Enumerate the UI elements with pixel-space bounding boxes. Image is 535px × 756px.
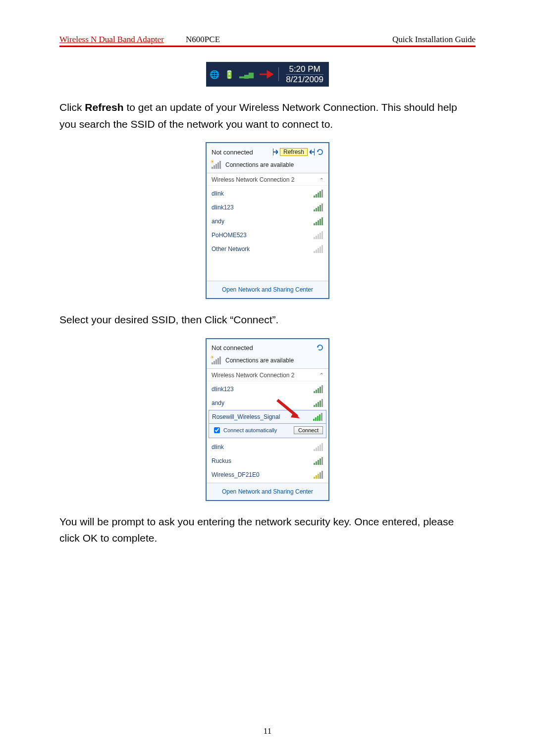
tray-clock: 5:20 PM 8/21/2009 [284, 64, 323, 84]
network-item[interactable]: dlink123 [207, 201, 328, 214]
product-name: Wireless N Dual Band Adapter [59, 35, 164, 44]
system-tray: 🌐 🔋 ▂▄▆ 5:20 PM 8/21/2009 [206, 62, 329, 87]
status-text: Not connected [212, 149, 253, 156]
bold-refresh: Refresh [85, 101, 123, 113]
network-list: dlink123 andy Rosewill_Wireless_Signal C… [207, 381, 328, 483]
globe-icon: 🌐 [210, 70, 219, 79]
checkbox[interactable] [214, 427, 220, 433]
ssid: Wireless_DF21E0 [212, 471, 260, 478]
instruction-connect: Select your desired SSID, then Click “Co… [59, 311, 476, 328]
tray-divider [278, 67, 279, 81]
blue-arrow-icon [273, 149, 278, 155]
tray-date: 8/21/2009 [286, 74, 323, 85]
ssid: Other Network [212, 246, 250, 252]
red-arrow-icon [259, 69, 273, 79]
connections-available: Connections are available [225, 161, 294, 168]
network-item[interactable]: Ruckus [207, 454, 328, 468]
chevron-up-icon[interactable]: ⌃ [320, 177, 323, 183]
signal-icon [314, 231, 323, 239]
signal-available-icon [212, 356, 221, 364]
auto-connect-checkbox[interactable]: Connect automatically [212, 426, 277, 435]
open-network-center-link[interactable]: Open Network and Sharing Center [207, 281, 328, 298]
signal-icon [314, 190, 323, 198]
model-name: N600PCE [186, 35, 220, 44]
tray-time: 5:20 PM [286, 64, 323, 74]
signal-icon [314, 471, 323, 479]
ssid: dlink123 [212, 204, 234, 211]
network-item[interactable]: andy [207, 214, 328, 228]
ssid: andy [212, 400, 224, 406]
auto-connect-label: Connect automatically [223, 427, 277, 433]
signal-icon [313, 413, 323, 421]
section-title: Wireless Network Connection 2 [212, 176, 294, 183]
connect-button[interactable]: Connect [294, 426, 323, 434]
instruction-security-key: You will be prompt to ask you entering t… [59, 513, 476, 547]
network-item[interactable]: andy [207, 396, 328, 410]
signal-icon [314, 443, 323, 451]
signal-icon [314, 399, 323, 407]
ssid: dlink123 [212, 386, 234, 393]
network-item[interactable]: Wireless_DF21E0 [207, 468, 328, 482]
network-flyout-2: Not connected Connections are available … [206, 338, 329, 501]
network-item[interactable]: dlink [207, 187, 328, 201]
network-item[interactable]: dlink [207, 440, 328, 454]
section-title: Wireless Network Connection 2 [212, 372, 294, 379]
sync-icon[interactable] [317, 344, 323, 351]
connections-available: Connections are available [225, 357, 294, 364]
ssid: PoHOME523 [212, 232, 247, 239]
ssid: Rosewill_Wireless_Signal [212, 413, 280, 420]
connect-panel: Connect automatically Connect [209, 424, 326, 438]
doc-title: Quick Installation Guide [392, 35, 476, 45]
header-left: Wireless N Dual Band Adapter N600PCE [59, 35, 220, 45]
network-list: dlink dlink123 andy PoHOME523 Other Netw… [207, 186, 328, 257]
network-item[interactable]: Other Network [207, 242, 328, 256]
page-number: 11 [0, 726, 535, 736]
signal-icon [314, 203, 323, 211]
ssid: dlink [212, 444, 224, 451]
network-flyout-1: Not connected Refresh Connections are av… [206, 142, 329, 299]
signal-icon [314, 217, 323, 225]
network-item[interactable]: PoHOME523 [207, 228, 328, 242]
ssid: Ruckus [212, 457, 231, 464]
page-header: Wireless N Dual Band Adapter N600PCE Qui… [59, 35, 476, 45]
signal-icon [314, 245, 323, 253]
chevron-up-icon[interactable]: ⌃ [320, 372, 323, 378]
refresh-button[interactable]: Refresh [280, 148, 308, 156]
open-network-center-link[interactable]: Open Network and Sharing Center [207, 483, 328, 500]
signal-available-icon [212, 161, 221, 169]
network-item[interactable]: dlink123 [207, 382, 328, 396]
battery-icon: 🔋 [224, 70, 234, 79]
signal-icon [314, 385, 323, 393]
network-item-selected[interactable]: Rosewill_Wireless_Signal [209, 410, 326, 424]
ssid: andy [212, 218, 224, 225]
instruction-refresh: Click Refresh to get an update of your W… [59, 99, 476, 132]
blue-arrow-icon [310, 149, 315, 155]
signal-icon: ▂▄▆ [239, 71, 254, 78]
sync-icon[interactable] [317, 149, 323, 155]
signal-icon [314, 457, 323, 465]
header-rule [59, 46, 476, 47]
status-text: Not connected [212, 344, 253, 352]
text: Click [59, 101, 85, 113]
ssid: dlink [212, 190, 224, 197]
